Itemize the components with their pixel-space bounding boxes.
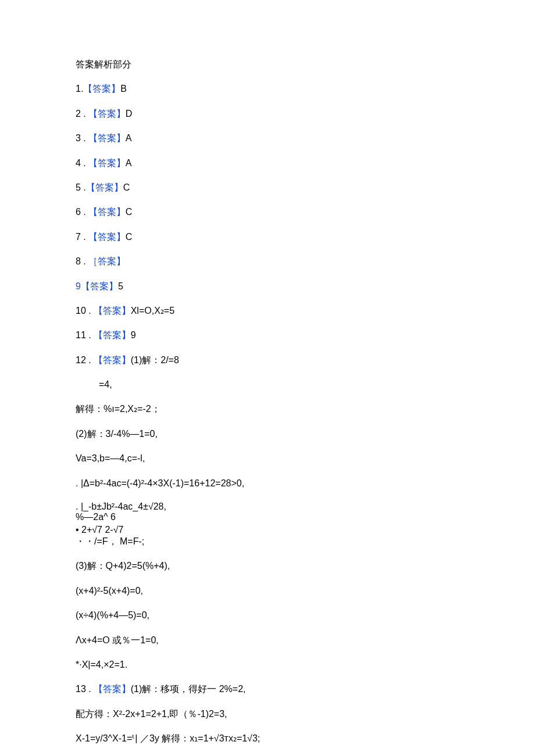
item-number: 6 .: [76, 207, 86, 217]
item-number: 2 .: [76, 109, 86, 119]
answer-row-7: 7 . 【答案】C: [76, 231, 459, 243]
work-line: . |Δ=b²-4ac=(-4)²-4×3X(-1)=16+12=28>0,: [76, 477, 459, 490]
answer-row-4: 4 . 【答案】A: [76, 157, 459, 170]
answer-row-2: 2 . 【答案】D: [76, 108, 459, 120]
item-number: 9: [76, 281, 81, 291]
answer-label: 【答案】: [94, 355, 131, 365]
answer-row-1: 1.【答案】B: [76, 83, 459, 95]
item-number: 12 .: [76, 355, 91, 365]
work-line: =4,: [76, 378, 459, 391]
answer-value: A: [126, 133, 132, 143]
answer-value: A: [126, 158, 132, 168]
answer-value: D: [126, 109, 133, 119]
work-line: (3)解：Q+4)2=5(%+4),: [76, 560, 459, 572]
answer-row-10: 10 . 【答案】Xl=O,X₂=5: [76, 304, 459, 317]
answer-value: C: [126, 207, 133, 217]
item-number: 13 .: [76, 684, 91, 694]
work-line: Va=3,b=—4,c=-l,: [76, 452, 459, 465]
work-line: • 2+√7 2-√7: [76, 525, 459, 535]
item-number: 5 .: [76, 182, 86, 192]
work-line: . |_-b±Jb²-4ac_4±√28,: [76, 501, 459, 512]
answer-row-11: 11 . 【答案】9: [76, 329, 459, 342]
answer-label: 【答案】: [94, 306, 131, 316]
answer-value: C: [123, 182, 130, 192]
answer-value: Xl=O,X₂=5: [131, 306, 174, 316]
answer-row-12: 12 . 【答案】(1)解：2/=8: [76, 354, 459, 367]
work-line: (2)解：3/-4%—1=0,: [76, 428, 459, 440]
answer-label: 【答案】: [88, 232, 126, 242]
answer-row-3: 3 . 【答案】A: [76, 132, 459, 145]
answer-value: 9: [131, 330, 136, 340]
answer-label: ［答案】: [88, 256, 126, 266]
item-number: 3 .: [76, 133, 86, 143]
item-number: 7 .: [76, 232, 86, 242]
section-header: 答案解析部分: [76, 58, 459, 71]
answer-row-13: 13 . 【答案】(1)解：移项，得好一 2%=2,: [76, 683, 459, 696]
work-line: 配方得：X²-2x+1=2+1,即（％-1)2=3,: [76, 708, 459, 721]
item-number: 1.: [76, 84, 83, 94]
answer-value: B: [120, 84, 127, 94]
item-number: 11 .: [76, 330, 91, 340]
answer-label: 【答案】: [88, 207, 126, 217]
work-line: X-1=y/3^X-1=ᵗ| ／3y 解得：x₁=1+√3тx₂=1√3;: [76, 732, 459, 745]
answer-value: C: [126, 232, 133, 242]
answer-label: 【答案】: [81, 281, 118, 291]
work-line: ・・/=F， M=F-;: [76, 535, 459, 548]
answer-label: 【答案】: [88, 133, 126, 143]
answer-row-6: 6 . 【答案】C: [76, 206, 459, 218]
work-line: Λx+4=O 或％一1=0,: [76, 634, 459, 647]
document-page: 答案解析部分 1.【答案】B 2 . 【答案】D 3 . 【答案】A 4 . 【…: [0, 0, 535, 756]
answer-row-8: 8 . ［答案】: [76, 255, 459, 268]
answer-row-5: 5 .【答案】C: [76, 181, 459, 194]
answer-lead: (1)解：移项，得好一 2%=2,: [131, 684, 246, 694]
item-number: 8 .: [76, 256, 86, 266]
work-line: *·X|=4,×2=1.: [76, 658, 459, 671]
answer-label: 【答案】: [94, 330, 131, 340]
answer-label: 【答案】: [83, 84, 120, 94]
answer-row-9: 9【答案】5: [76, 280, 459, 293]
answer-label: 【答案】: [94, 684, 131, 694]
work-line: (x÷4)(%+4—5)=0,: [76, 609, 459, 622]
work-line: %—2a^ 6: [76, 512, 459, 522]
answer-lead: (1)解：2/=8: [131, 355, 179, 365]
work-line: 解得：%ı=2,X₂=-2；: [76, 403, 459, 415]
item-number: 4 .: [76, 158, 86, 168]
answer-value: 5: [118, 281, 123, 291]
answer-label: 【答案】: [88, 158, 126, 168]
item-number: 10 .: [76, 306, 91, 316]
answer-label: 【答案】: [86, 182, 123, 192]
work-line: (x+4)²-5(x+4)=0,: [76, 585, 459, 597]
answer-label: 【答案】: [88, 109, 126, 119]
